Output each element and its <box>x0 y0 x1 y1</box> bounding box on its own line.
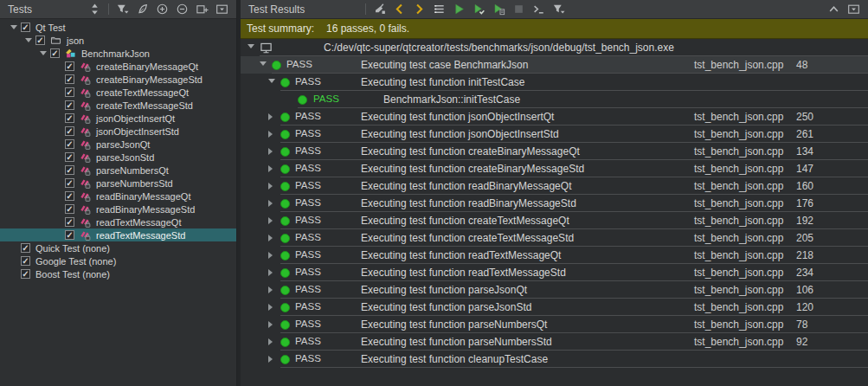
split-icon[interactable] <box>192 2 212 17</box>
result-line-number[interactable]: 250 <box>796 111 813 123</box>
expand-arrow[interactable] <box>268 79 275 83</box>
result-row-executable[interactable]: C:/dev/qtc-super/qtcreator/tests/benchma… <box>241 39 868 56</box>
test-checkbox[interactable]: ✓ <box>65 113 74 123</box>
expand-arrow[interactable] <box>268 183 273 190</box>
tests-tree-item[interactable]: ✓createTextMessageStd <box>0 99 236 112</box>
result-row[interactable]: PASSExecuting test function createTextMe… <box>241 229 868 247</box>
test-checkbox[interactable]: ✓ <box>65 87 74 97</box>
tests-tree-item[interactable]: ✓parseJsonStd <box>0 151 236 164</box>
run-all-icon[interactable] <box>449 2 469 17</box>
result-file[interactable]: tst_bench_json.cpp <box>694 301 783 313</box>
result-file[interactable]: tst_bench_json.cpp <box>694 145 783 158</box>
filter-icon[interactable] <box>549 2 569 17</box>
next-icon[interactable] <box>409 2 429 17</box>
tests-tree-item[interactable]: ✓readBinaryMessageStd <box>0 203 236 216</box>
expand-all-icon[interactable] <box>152 2 172 17</box>
expand-arrow[interactable] <box>268 269 273 276</box>
expand-arrow[interactable] <box>268 252 273 259</box>
tests-tree-item[interactable]: ✓jsonObjectInsertQt <box>0 112 236 125</box>
result-line-number[interactable]: 147 <box>796 163 813 175</box>
result-line-number[interactable]: 176 <box>796 197 813 209</box>
test-checkbox[interactable]: ✓ <box>65 191 74 201</box>
result-file[interactable]: tst_bench_json.cpp <box>694 111 783 123</box>
stop-icon[interactable] <box>509 2 529 17</box>
expand-arrow[interactable] <box>268 235 273 241</box>
tests-tree-item[interactable]: ✓Boost Test (none) <box>0 267 236 280</box>
expand-list-icon[interactable] <box>429 2 449 17</box>
result-line-number[interactable]: 106 <box>796 284 813 296</box>
sort-icon[interactable] <box>85 2 105 17</box>
result-line-number[interactable]: 234 <box>796 267 813 279</box>
test-checkbox[interactable]: ✓ <box>65 230 74 240</box>
feather-icon[interactable] <box>132 2 152 17</box>
tests-tree-item[interactable]: ✓Qt Test <box>0 21 236 34</box>
tests-tree-item[interactable]: ✓Quick Test (none) <box>0 241 236 254</box>
result-row[interactable]: PASSExecuting test function initTestCase <box>241 74 868 91</box>
result-file[interactable]: tst_bench_json.cpp <box>694 128 783 140</box>
result-line-number[interactable]: 261 <box>796 128 813 140</box>
result-row[interactable]: PASSExecuting test function createBinary… <box>241 143 868 160</box>
tests-tree-item[interactable]: ✓parseNumbersQt <box>0 164 236 177</box>
result-file[interactable]: tst_bench_json.cpp <box>694 163 783 175</box>
test-checkbox[interactable]: ✓ <box>65 204 74 214</box>
tests-tree-item[interactable]: ✓parseJsonQt <box>0 138 236 151</box>
result-file[interactable]: tst_bench_json.cpp <box>694 284 783 296</box>
result-row[interactable]: PASSBenchmarkJson::initTestCase <box>241 91 868 108</box>
result-file[interactable]: tst_bench_json.cpp <box>694 249 783 261</box>
tests-tree-item[interactable]: ✓createTextMessageQt <box>0 86 236 99</box>
test-checkbox[interactable]: ✓ <box>65 61 74 71</box>
tests-tree-item[interactable]: ✓readBinaryMessageQt <box>0 190 236 203</box>
result-file[interactable]: tst_bench_json.cpp <box>694 59 783 71</box>
test-checkbox[interactable]: ✓ <box>65 126 74 136</box>
test-checkbox[interactable]: ✓ <box>21 243 30 253</box>
expand-arrow[interactable] <box>268 113 273 120</box>
test-checkbox[interactable]: ✓ <box>35 35 45 45</box>
result-row[interactable]: PASSExecuting test function readBinaryMe… <box>241 195 868 212</box>
test-checkbox[interactable]: ✓ <box>65 165 74 175</box>
expand-arrow[interactable] <box>268 338 273 345</box>
clean-icon[interactable] <box>370 2 389 17</box>
expand-arrow[interactable] <box>268 200 273 207</box>
tests-tree-item[interactable]: ✓Google Test (none) <box>0 254 236 267</box>
hide-panel-icon[interactable] <box>844 2 864 17</box>
tree-expand-arrow[interactable] <box>22 38 35 42</box>
hide-panel-icon[interactable] <box>212 2 232 17</box>
test-checkbox[interactable]: ✓ <box>65 178 74 188</box>
chevron-up-icon[interactable] <box>824 2 844 17</box>
run-file-icon[interactable] <box>489 2 509 17</box>
result-line-number[interactable]: 134 <box>796 145 813 158</box>
test-checkbox[interactable]: ✓ <box>65 74 74 84</box>
result-row[interactable]: PASSExecuting test function parseJsonStd… <box>241 299 868 316</box>
result-line-number[interactable]: 160 <box>796 180 813 192</box>
collapse-all-icon[interactable] <box>172 2 192 17</box>
test-checkbox[interactable]: ✓ <box>50 48 60 58</box>
result-file[interactable]: tst_bench_json.cpp <box>694 180 783 192</box>
result-line-number[interactable]: 92 <box>796 336 807 348</box>
expand-arrow[interactable] <box>248 44 254 48</box>
result-row[interactable]: PASSExecuting test function parseNumbers… <box>241 316 868 333</box>
tests-tree-item[interactable]: ✓json <box>0 34 236 47</box>
test-checkbox[interactable]: ✓ <box>65 100 74 110</box>
tree-expand-arrow[interactable] <box>36 51 50 55</box>
tests-tree-item[interactable]: ✓readTextMessageQt <box>0 216 236 228</box>
result-row[interactable]: PASSExecuting test function parseJsonQtt… <box>241 281 868 299</box>
result-row[interactable]: PASSExecuting test function readTextMess… <box>241 264 868 281</box>
result-row[interactable]: PASSExecuting test function parseNumbers… <box>241 333 868 351</box>
expand-arrow[interactable] <box>268 304 273 311</box>
result-line-number[interactable]: 120 <box>796 301 813 313</box>
result-file[interactable]: tst_bench_json.cpp <box>694 232 783 244</box>
expand-arrow[interactable] <box>268 286 273 293</box>
expand-arrow[interactable] <box>268 165 273 172</box>
result-line-number[interactable]: 78 <box>796 318 807 331</box>
test-checkbox[interactable]: ✓ <box>65 217 74 227</box>
expand-arrow[interactable] <box>268 321 273 328</box>
result-file[interactable]: tst_bench_json.cpp <box>694 197 783 209</box>
expand-arrow[interactable] <box>260 61 267 66</box>
result-line-number[interactable]: 48 <box>796 59 807 71</box>
result-row[interactable]: PASSExecuting test case BenchmarkJsontst… <box>241 56 868 74</box>
console-icon[interactable] <box>529 2 549 17</box>
tests-tree-item[interactable]: ✓createBinaryMessageStd <box>0 73 236 86</box>
test-checkbox[interactable]: ✓ <box>65 139 74 149</box>
expand-arrow[interactable] <box>268 217 273 224</box>
result-file[interactable]: tst_bench_json.cpp <box>694 215 783 227</box>
